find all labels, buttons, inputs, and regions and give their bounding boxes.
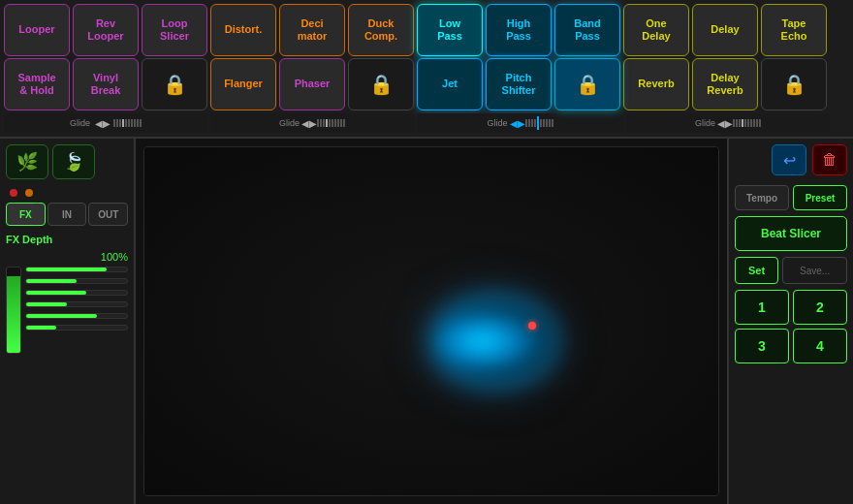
fx-btn-looper[interactable]: Looper — [4, 4, 70, 56]
undo-button[interactable]: ↩ — [772, 144, 806, 175]
fx-btn-jet[interactable]: Jet — [417, 58, 483, 110]
fx-btn-tape-echo[interactable]: TapeEcho — [761, 4, 827, 56]
glide-arrows-3: ◀▶ — [510, 118, 525, 129]
tick-row-4 — [733, 119, 761, 127]
glide-label-1: Glide — [70, 118, 90, 128]
tab-fx[interactable]: FX — [6, 203, 46, 226]
glow-dot — [528, 322, 536, 330]
left-panel: 🌿 🍃 FX IN OUT FX Depth 100% — [0, 139, 136, 504]
leaf-btn-1[interactable]: 🌿 — [6, 144, 48, 179]
tab-in[interactable]: IN — [47, 203, 87, 226]
h-slider-3[interactable] — [25, 290, 128, 296]
glow-blob — [435, 302, 552, 380]
save-button[interactable]: Save... — [782, 257, 847, 284]
slider-fill — [7, 276, 20, 353]
tempo-preset-row: Tempo Preset — [735, 185, 847, 210]
h-slider-5[interactable] — [25, 313, 128, 319]
fx-btn-high-pass[interactable]: HighPass — [486, 4, 552, 56]
num-btn-2[interactable]: 2 — [793, 290, 847, 325]
dot-red — [10, 189, 17, 197]
main-container: Looper RevLooper LoopSlicer Distort. Dec… — [0, 0, 853, 504]
fx-btn-lock2[interactable]: 🔒 — [348, 58, 414, 110]
tick-row-3 — [525, 116, 553, 130]
bottom-section: 🌿 🍃 FX IN OUT FX Depth 100% — [0, 139, 853, 504]
canvas-inner — [144, 147, 718, 495]
h-sliders — [25, 267, 128, 498]
center-canvas[interactable] — [143, 146, 719, 496]
num-grid: 1 2 3 4 — [735, 290, 847, 363]
tempo-button[interactable]: Tempo — [735, 185, 789, 210]
beat-slicer-button[interactable]: Beat Slicer — [735, 216, 847, 251]
num-btn-1[interactable]: 1 — [735, 290, 789, 325]
num-btn-3[interactable]: 3 — [735, 329, 789, 363]
tab-out[interactable]: OUT — [88, 203, 128, 226]
glide-arrows-4: ◀▶ — [717, 118, 733, 129]
glide-cell-4: Glide ◀▶ — [626, 113, 830, 133]
fx-btn-low-pass[interactable]: LowPass — [417, 4, 483, 56]
fx-btn-delay-reverb[interactable]: DelayReverb — [692, 58, 758, 110]
fx-btn-lock3[interactable]: 🔒 — [554, 58, 620, 110]
glide-cell-1: Glide ◀▶ — [4, 113, 207, 133]
depth-percent: 100% — [6, 251, 128, 263]
dot-row — [6, 189, 128, 197]
lock-icon-2: 🔒 — [369, 73, 394, 96]
leaf-buttons: 🌿 🍃 — [6, 144, 128, 179]
lock-icon-4: 🔒 — [782, 73, 806, 96]
delete-button[interactable]: 🗑 — [812, 144, 847, 175]
set-button[interactable]: Set — [735, 257, 778, 284]
glide-label-2: Glide — [279, 118, 300, 128]
set-save-row: Set Save... — [735, 257, 847, 284]
fx-btn-sample-hold[interactable]: Sample& Hold — [4, 58, 70, 110]
leaf-btn-2[interactable]: 🍃 — [52, 144, 95, 179]
glide-arrows-1: ◀▶ — [95, 118, 111, 129]
fx-btn-reverb[interactable]: Reverb — [623, 58, 689, 110]
glide-label-3: Glide — [487, 118, 507, 128]
depth-slider-area — [6, 267, 128, 498]
fx-btn-flanger[interactable]: Flanger — [210, 58, 276, 110]
fx-btn-lock1[interactable]: 🔒 — [142, 58, 207, 110]
tab-row: FX IN OUT — [6, 203, 128, 226]
fx-row-1: Looper RevLooper LoopSlicer Distort. Dec… — [4, 4, 849, 56]
h-slider-4[interactable] — [25, 301, 128, 307]
fx-btn-vinyl-break[interactable]: VinylBreak — [73, 58, 139, 110]
vertical-slider[interactable] — [6, 267, 21, 354]
fx-btn-phaser[interactable]: Phaser — [279, 58, 345, 110]
fx-depth-label: FX Depth — [6, 234, 128, 245]
fx-btn-loop-slicer[interactable]: LoopSlicer — [142, 4, 207, 56]
tick-row-1 — [113, 119, 142, 127]
icon-row: ↩ 🗑 — [735, 144, 847, 175]
num-btn-4[interactable]: 4 — [793, 329, 847, 363]
fx-btn-delay[interactable]: Delay — [692, 4, 758, 56]
tick-row-2 — [317, 119, 345, 127]
glide-cell-2: Glide ◀▶ — [210, 113, 414, 133]
fx-btn-duck-comp[interactable]: DuckComp. — [348, 4, 414, 56]
glide-label-4: Glide — [695, 118, 715, 128]
glide-row: Glide ◀▶ Glide ◀▶ Glide ◀▶ — [4, 112, 849, 134]
fx-btn-rev-looper[interactable]: RevLooper — [73, 4, 139, 56]
fx-btn-distort[interactable]: Distort. — [210, 4, 276, 56]
fx-row-2: Sample& Hold VinylBreak 🔒 Flanger Phaser… — [4, 58, 849, 110]
right-panel: ↩ 🗑 Tempo Preset Beat Slicer Set Save...… — [727, 139, 853, 504]
h-slider-2[interactable] — [25, 278, 128, 284]
glide-arrows-2: ◀▶ — [301, 118, 317, 129]
fx-btn-lock4[interactable]: 🔒 — [761, 58, 827, 110]
h-slider-1[interactable] — [25, 267, 128, 272]
dot-orange — [25, 189, 33, 197]
lock-icon-1: 🔒 — [163, 73, 187, 96]
fx-btn-pitch-shifter[interactable]: PitchShifter — [486, 58, 552, 110]
fx-grid: Looper RevLooper LoopSlicer Distort. Dec… — [0, 0, 853, 139]
fx-btn-one-delay[interactable]: OneDelay — [623, 4, 689, 56]
fx-btn-decimator[interactable]: Decimator — [279, 4, 345, 56]
preset-button[interactable]: Preset — [793, 185, 847, 210]
h-slider-6[interactable] — [25, 325, 128, 331]
lock-icon-3: 🔒 — [576, 73, 600, 96]
fx-btn-band-pass[interactable]: BandPass — [554, 4, 620, 56]
glide-cell-3: Glide ◀▶ — [417, 113, 623, 133]
